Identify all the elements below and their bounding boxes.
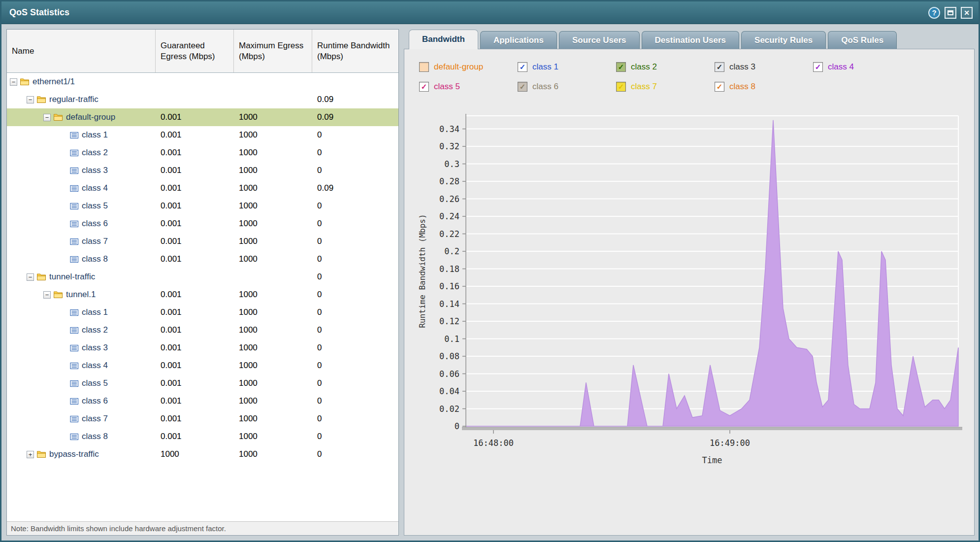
tree-node-label: class 5: [82, 378, 108, 388]
collapse-expander-icon[interactable]: −: [27, 273, 34, 281]
legend-label: class 5: [434, 82, 460, 92]
tree-row-class-2[interactable]: class 20.00110000: [7, 144, 398, 162]
tree-row-class-8[interactable]: class 80.00110000: [7, 250, 398, 268]
value-cell: 0.001: [156, 357, 234, 374]
folder-icon: [53, 291, 63, 299]
tab-security-rules[interactable]: Security Rules: [741, 31, 826, 49]
legend-item-default-group: default-group: [419, 62, 518, 72]
help-button[interactable]: ?: [928, 7, 940, 19]
value-cell: 0: [312, 162, 398, 179]
value-cell: 1000: [234, 233, 312, 250]
tree-row-default-group[interactable]: −default-group0.00110000.09: [7, 108, 398, 126]
tree-row-class-4[interactable]: class 40.00110000.09: [7, 179, 398, 197]
tree-node-label: class 5: [82, 201, 108, 211]
legend-label: class 2: [631, 62, 657, 72]
legend-checkbox-class-8[interactable]: ✓: [715, 82, 724, 92]
value-cell: 0.001: [156, 410, 234, 428]
svg-text:Runtime Bandwidth (Mbps): Runtime Bandwidth (Mbps): [418, 214, 427, 328]
value-cell: 0.001: [156, 374, 234, 392]
legend-checkbox-class-2[interactable]: ✓: [616, 62, 626, 72]
legend-item-class-5: ✓class 5: [419, 82, 518, 92]
expand-expander-icon[interactable]: +: [27, 451, 34, 458]
tree-node-label: class 2: [82, 148, 108, 158]
legend-label: class 3: [729, 62, 755, 72]
tree-row-class-1[interactable]: class 10.00110000: [7, 126, 398, 144]
tree-name-cell: class 3: [7, 339, 156, 357]
tree-row-class-5[interactable]: class 50.00110000: [7, 197, 398, 215]
tree-node-label: class 7: [82, 237, 108, 246]
tab-source-users[interactable]: Source Users: [559, 31, 640, 49]
value-cell: [156, 268, 234, 286]
column-header-name[interactable]: Name: [7, 30, 156, 72]
tab-destination-users[interactable]: Destination Users: [642, 31, 740, 49]
tree-name-cell: class 5: [7, 374, 156, 392]
column-header-guaranteed-egress[interactable]: Guaranteed Egress (Mbps): [156, 30, 234, 72]
tree-row-regular-traffic[interactable]: −regular-traffic0.09: [7, 91, 398, 108]
tree-node-label: class 1: [82, 130, 108, 140]
tree-node-label: class 1: [82, 307, 108, 317]
svg-text:0.18: 0.18: [439, 264, 459, 274]
svg-text:0.28: 0.28: [439, 176, 459, 186]
tree-row-tunnel-traffic[interactable]: −tunnel-traffic0: [7, 268, 398, 286]
value-cell: 0: [312, 339, 398, 357]
column-header-runtime-bandwidth[interactable]: Runtime Bandwidth (Mbps): [312, 30, 398, 72]
folder-icon: [20, 78, 30, 86]
tree-row-class-3[interactable]: class 30.00110000: [7, 339, 398, 357]
value-cell: 0.001: [156, 428, 234, 445]
value-cell: 1000: [234, 108, 312, 126]
tree-node-label: class 8: [82, 254, 108, 264]
tree-row-class-6[interactable]: class 60.00110000: [7, 215, 398, 233]
value-cell: 0: [312, 304, 398, 321]
column-header-maximum-egress[interactable]: Maximum Egress (Mbps): [234, 30, 312, 72]
legend: default-group✓class 1✓class 2✓class 3✓cl…: [419, 62, 974, 92]
class-icon: [70, 344, 79, 352]
tree-row-class-4[interactable]: class 40.00110000: [7, 357, 398, 374]
minimize-button[interactable]: [945, 7, 956, 19]
tab-qos-rules[interactable]: QoS Rules: [828, 31, 897, 49]
legend-checkbox-class-6[interactable]: ✓: [518, 82, 527, 92]
tree-row-class-8[interactable]: class 80.00110000: [7, 428, 398, 445]
value-cell: 0.001: [156, 108, 234, 126]
value-cell: 1000: [234, 428, 312, 445]
tree-row-class-2[interactable]: class 20.00110000: [7, 321, 398, 339]
collapse-expander-icon[interactable]: −: [27, 96, 34, 103]
tree-row-class-1[interactable]: class 10.00110000: [7, 304, 398, 321]
collapse-expander-icon[interactable]: −: [10, 78, 17, 86]
legend-checkbox-class-3[interactable]: ✓: [715, 62, 724, 72]
value-cell: 1000: [156, 445, 234, 463]
svg-text:0.1: 0.1: [444, 334, 459, 344]
value-cell: 1000: [234, 339, 312, 357]
tree-row-tunnel-1[interactable]: −tunnel.10.00110000: [7, 286, 398, 304]
value-cell: [312, 73, 398, 91]
svg-text:16:48:00: 16:48:00: [473, 438, 514, 448]
tree-row-class-5[interactable]: class 50.00110000: [7, 374, 398, 392]
value-cell: 0: [312, 428, 398, 445]
legend-checkbox-class-4[interactable]: ✓: [813, 62, 823, 72]
tree-name-cell: −default-group: [7, 108, 156, 126]
collapse-expander-icon[interactable]: −: [43, 114, 51, 121]
tree-row-class-7[interactable]: class 70.00110000: [7, 410, 398, 428]
tree-row-class-3[interactable]: class 30.00110000: [7, 162, 398, 179]
legend-item-class-4: ✓class 4: [813, 62, 912, 72]
tab-bandwidth[interactable]: Bandwidth: [409, 30, 478, 49]
legend-checkbox-default-group[interactable]: [419, 62, 429, 72]
tree-row-bypass-traffic[interactable]: +bypass-traffic100010000: [7, 445, 398, 463]
value-cell: [234, 73, 312, 91]
tab-applications[interactable]: Applications: [480, 31, 557, 49]
title-bar: QoS Statistics ? ✕: [1, 1, 979, 24]
value-cell: [156, 91, 234, 108]
bandwidth-chart: 00.020.040.060.080.10.120.140.160.180.20…: [404, 94, 974, 488]
legend-checkbox-class-5[interactable]: ✓: [419, 82, 429, 92]
value-cell: 0.09: [312, 108, 398, 126]
legend-checkbox-class-7[interactable]: ✓: [616, 82, 626, 92]
tree-row-class-6[interactable]: class 60.00110000: [7, 392, 398, 410]
value-cell: 0.001: [156, 126, 234, 144]
collapse-expander-icon[interactable]: −: [43, 291, 51, 299]
close-button[interactable]: ✕: [961, 7, 973, 19]
tree-row-ethernet1-1[interactable]: −ethernet1/1: [7, 73, 398, 91]
value-cell: 0.001: [156, 321, 234, 339]
value-cell: 0: [312, 410, 398, 428]
legend-checkbox-class-1[interactable]: ✓: [518, 62, 527, 72]
tree-row-class-7[interactable]: class 70.00110000: [7, 233, 398, 250]
value-cell: 0: [312, 268, 398, 286]
